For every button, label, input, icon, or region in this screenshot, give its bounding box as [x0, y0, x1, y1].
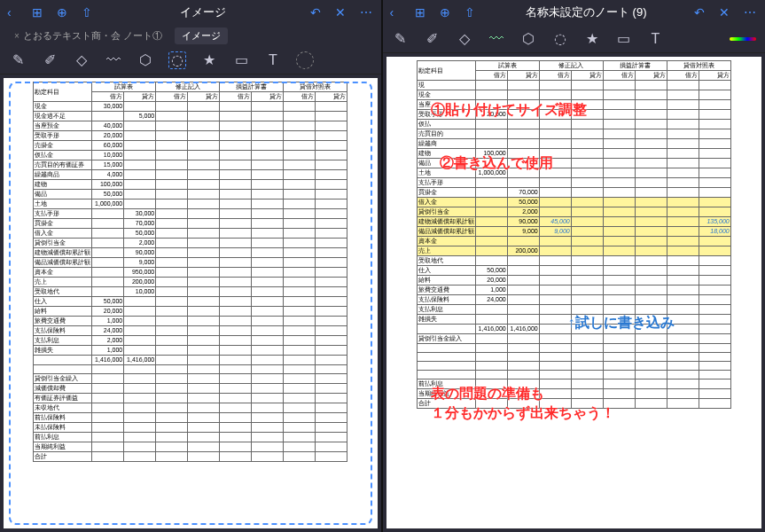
table-row: 当座預金40,000 [34, 121, 347, 131]
table-row: 売買目的 [417, 129, 730, 139]
table-row: 土地1,000,000 [417, 168, 730, 178]
table-row: 前払利息 [417, 379, 730, 389]
lasso-icon[interactable]: ◌ [551, 30, 569, 48]
table-row [417, 344, 730, 353]
table-row: 仕入50,000 [34, 297, 347, 307]
table-row: 建物100,000 [417, 149, 730, 159]
image-icon[interactable]: ▭ [232, 51, 250, 69]
table-row: 借入金50,000 [34, 229, 347, 239]
shape-icon[interactable]: ⬡ [519, 30, 537, 48]
share-icon[interactable]: ⇧ [82, 5, 96, 20]
undo-icon[interactable]: ↶ [694, 5, 708, 20]
spreadsheet-table: 勘定科目試算表修正記入損益計算書貸借対照表借方貸方借方貸方借方貸方借方貸方現金3… [33, 82, 347, 462]
back-icon[interactable]: ‹ [390, 5, 404, 20]
more-icon[interactable]: ⋯ [360, 5, 374, 20]
pencil-icon[interactable]: ✐ [424, 30, 441, 48]
pen-icon[interactable]: ✎ [9, 51, 27, 69]
eraser-icon[interactable]: ◇ [73, 51, 90, 69]
image-icon[interactable]: ▭ [615, 30, 633, 48]
stamp-icon[interactable]: ★ [200, 51, 218, 69]
left-title: イメージ [96, 4, 310, 20]
pen-icon[interactable]: ✎ [392, 30, 410, 48]
table-row: 繰越商 [417, 139, 730, 149]
close-icon[interactable]: ✕ [335, 5, 349, 20]
table-row: 未収地代 [34, 403, 347, 413]
table-row: 支払手形 [417, 178, 730, 188]
right-topbar: ‹ ⊞ ⊕ ⇧ 名称未設定のノート (9) ↶ ✕ ⋯ [383, 0, 766, 25]
close-tab-icon[interactable]: × [14, 31, 20, 41]
table-row: 雑損失 [417, 315, 730, 325]
text-icon[interactable]: T [264, 51, 282, 69]
table-row: 支払保険料24,000 [417, 295, 730, 305]
table-row: 支払利息2,000 [34, 336, 347, 346]
table-row [417, 371, 730, 379]
table-row: 現金30,000 [34, 102, 347, 112]
right-canvas[interactable]: 勘定科目試算表修正記入損益計算書貸借対照表借方貸方借方貸方借方貸方借方貸方現現金… [386, 57, 762, 528]
table-row: 合計 [417, 399, 730, 409]
table-row: 当期純利益 [417, 389, 730, 399]
select-icon[interactable] [296, 51, 314, 69]
table-row: 受取地代10,000 [34, 287, 347, 297]
table-row: 1,416,0001,416,000 [417, 325, 730, 334]
shape-icon[interactable]: ⬡ [137, 51, 154, 69]
table-row: 給料20,000 [417, 276, 730, 286]
table-row: 土地1,000,000 [34, 200, 347, 209]
table-row: 当期純利益 [34, 442, 347, 452]
grid-icon[interactable]: ⊞ [415, 5, 429, 20]
lasso-icon[interactable]: ◌ [168, 51, 186, 69]
table-row [34, 365, 347, 374]
table-row: 備品減価償却累計額9,0009,00018,000 [417, 227, 730, 237]
share-icon[interactable]: ⇧ [464, 5, 479, 20]
table-row: 支払保険料24,000 [34, 326, 347, 336]
table-row: 売上200,000 [417, 246, 730, 256]
table-row: 備品50,000 [34, 190, 347, 200]
table-row: 借入金50,000 [417, 198, 730, 207]
left-pane: ‹ ⊞ ⊕ ⇧ イメージ ↶ ✕ ⋯ ×とおるテキスト商・会 ノート① イメージ… [0, 0, 383, 532]
table-row: 旅費交通費1,000 [417, 286, 730, 295]
table-row: 受取手形20,000 [417, 110, 730, 120]
table-row: 売買目的有価証券15,000 [34, 160, 347, 170]
table-row: 建物減価償却累計額90,00045,000135,000 [417, 217, 730, 227]
table-row: 受取地代 [417, 256, 730, 266]
table-row: 売掛金60,000 [34, 141, 347, 151]
tab-notebook[interactable]: ×とおるテキスト商・会 ノート① [7, 27, 169, 44]
table-row: 減価償却費 [34, 384, 347, 394]
close-icon[interactable]: ✕ [719, 5, 733, 20]
table-row: 支払手形30,000 [34, 209, 347, 219]
table-row: 貸倒引当金繰入 [417, 334, 730, 344]
undo-icon[interactable]: ↶ [310, 5, 324, 20]
grid-icon[interactable]: ⊞ [32, 5, 46, 20]
table-row: 建物減価償却累計額90,000 [34, 248, 347, 258]
table-row: 現金 [417, 90, 730, 100]
table-row: 1,416,0001,416,000 [34, 356, 347, 365]
color-picker[interactable] [730, 37, 756, 41]
table-row: 備品 [417, 159, 730, 168]
table-row: 給料20,000 [34, 307, 347, 317]
highlighter-icon[interactable]: 〰 [105, 51, 122, 69]
stamp-icon[interactable]: ★ [583, 30, 601, 48]
more-icon[interactable]: ⋯ [744, 5, 758, 20]
table-row: 買掛金70,000 [417, 188, 730, 198]
table-row: 現 [417, 81, 730, 90]
table-row: 旅費交通費1,000 [34, 317, 347, 326]
table-row: 資本金950,000 [34, 268, 347, 278]
table-row: 建物100,000 [34, 180, 347, 190]
right-pane: ‹ ⊞ ⊕ ⇧ 名称未設定のノート (9) ↶ ✕ ⋯ ✎ ✐ ◇ 〰 ⬡ ◌ … [383, 0, 766, 532]
highlighter-icon[interactable]: 〰 [488, 30, 505, 48]
right-title: 名称未設定のノート (9) [479, 4, 695, 20]
eraser-icon[interactable]: ◇ [456, 30, 473, 48]
table-row: 買掛金70,000 [34, 219, 347, 229]
table-row: 売上200,000 [34, 278, 347, 287]
add-icon[interactable]: ⊕ [57, 5, 71, 20]
right-toolstrip: ✎ ✐ ◇ 〰 ⬡ ◌ ★ ▭ T [383, 25, 766, 53]
table-row: 前払保険料 [34, 413, 347, 423]
table-row: 貸倒引当金2,000 [417, 207, 730, 217]
tab-image[interactable]: イメージ [175, 27, 228, 44]
table-row [417, 362, 730, 371]
text-icon[interactable]: T [647, 30, 665, 48]
pencil-icon[interactable]: ✐ [41, 51, 59, 69]
left-canvas[interactable]: 勘定科目試算表修正記入損益計算書貸借対照表借方貸方借方貸方借方貸方借方貸方現金3… [4, 78, 378, 528]
back-icon[interactable]: ‹ [7, 5, 21, 20]
table-row: 繰越商品4,000 [34, 170, 347, 180]
add-icon[interactable]: ⊕ [440, 5, 454, 20]
